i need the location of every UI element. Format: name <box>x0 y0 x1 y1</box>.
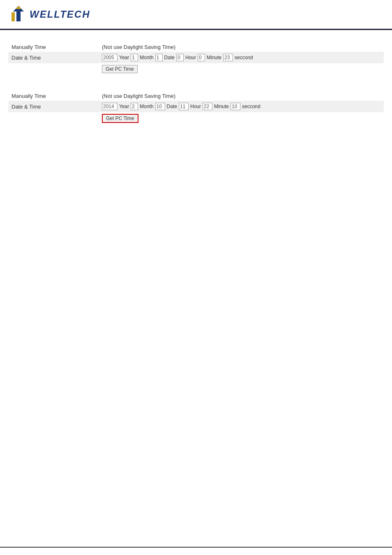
year-input-1[interactable] <box>102 54 118 61</box>
subtitle-2: (Not use Daylight Saving Time) <box>99 91 384 101</box>
svg-rect-1 <box>16 10 21 21</box>
logo-icon <box>8 4 29 25</box>
second-input-2[interactable] <box>231 103 240 110</box>
manually-time-row-1: Manually Time (Not use Daylight Saving T… <box>8 42 384 52</box>
datetime-fields-2: Year Month Date Hour Minute seccond <box>99 101 384 112</box>
section-2-table: Manually Time (Not use Daylight Saving T… <box>8 91 384 125</box>
page-footer <box>0 547 392 555</box>
section-1-table: Manually Time (Not use Daylight Saving T… <box>8 42 384 75</box>
minute-label-1: Minute <box>207 55 221 60</box>
month-label-1: Month <box>140 55 153 60</box>
manually-time-row-2: Manually Time (Not use Daylight Saving T… <box>8 91 384 101</box>
date-input-1[interactable] <box>155 54 163 61</box>
datetime-container-1: Year Month Date Hour Minute seccond <box>102 54 380 61</box>
minute-input-2[interactable] <box>203 103 212 110</box>
svg-rect-0 <box>12 12 15 21</box>
year-label-2: Year <box>119 104 129 109</box>
date-time-label-1: Date & Time <box>8 52 99 63</box>
btn-cell-1: Get PC Time <box>99 63 384 75</box>
btn-cell-2: Get PC Time <box>99 112 384 125</box>
date-input-2[interactable] <box>155 103 165 110</box>
main-content: Manually Time (Not use Daylight Saving T… <box>0 30 392 153</box>
logo: WELLTECH <box>8 4 90 25</box>
btn-empty-cell-2 <box>8 112 99 125</box>
logo-text: WELLTECH <box>30 9 90 20</box>
section-2: Manually Time (Not use Daylight Saving T… <box>8 91 384 125</box>
get-pc-time-button-2[interactable]: Get PC Time <box>102 114 138 123</box>
datetime-row-2: Date & Time Year Month Date Hour Minute <box>8 101 384 112</box>
second-label-1: seccond <box>235 55 253 60</box>
svg-marker-3 <box>16 6 21 9</box>
datetime-container-2: Year Month Date Hour Minute seccond <box>102 103 380 110</box>
hour-label-2: Hour <box>190 104 201 109</box>
second-input-1[interactable] <box>223 54 233 61</box>
month-input-2[interactable] <box>131 103 138 110</box>
hour-label-1: Hour <box>185 55 196 60</box>
second-label-2: seccond <box>242 104 261 109</box>
datetime-row-1: Date & Time Year Month Date Hour Minute <box>8 52 384 63</box>
minute-input-1[interactable] <box>198 54 205 61</box>
subtitle-1: (Not use Daylight Saving Time) <box>99 42 384 52</box>
manually-time-label-1: Manually Time <box>8 42 99 52</box>
hour-input-1[interactable] <box>176 54 184 61</box>
btn-row-1: Get PC Time <box>8 63 384 75</box>
hour-input-2[interactable] <box>179 103 189 110</box>
date-time-label-2: Date & Time <box>8 101 99 112</box>
page-header: WELLTECH <box>0 0 392 30</box>
get-pc-time-button-1[interactable]: Get PC Time <box>102 65 138 73</box>
btn-empty-cell-1 <box>8 63 99 75</box>
year-label-1: Year <box>119 55 129 60</box>
section-1: Manually Time (Not use Daylight Saving T… <box>8 42 384 75</box>
month-input-1[interactable] <box>131 54 138 61</box>
minute-label-2: Minute <box>214 104 229 109</box>
btn-row-2: Get PC Time <box>8 112 384 125</box>
month-label-2: Month <box>140 104 153 109</box>
datetime-fields-1: Year Month Date Hour Minute seccond <box>99 52 384 63</box>
date-label-2: Date <box>167 104 177 109</box>
manually-time-label-2: Manually Time <box>8 91 99 101</box>
date-label-1: Date <box>164 55 175 60</box>
year-input-2[interactable] <box>102 103 118 110</box>
